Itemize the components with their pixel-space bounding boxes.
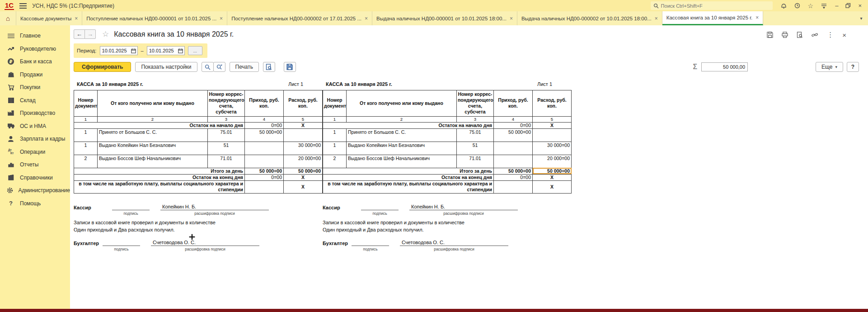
tab-vydacha-nalichnyh-1[interactable]: Выдача наличных НД00-000001 от 10.01.202…	[372, 11, 517, 25]
period-from-input[interactable]	[100, 48, 131, 53]
back-button[interactable]: ←	[74, 29, 85, 39]
sidebar-item-pomosch[interactable]: ? Помощь	[0, 197, 70, 210]
close-form-icon[interactable]: ×	[842, 31, 846, 39]
accountant-name: Счетоводова О. С.	[151, 240, 259, 246]
tab-postuplenie-nalichnyh-1[interactable]: Поступление наличных НД00-000001 от 10.0…	[82, 11, 227, 25]
tab-close-icon[interactable]: ×	[75, 15, 78, 22]
tab-overflow-button[interactable]: ▾	[854, 11, 868, 25]
header-row: Номер документа От кого получено или ком…	[323, 90, 572, 117]
preview-icon[interactable]	[797, 32, 803, 38]
opening-balance-row: Остаток на начало дня 0=00 X	[323, 122, 572, 128]
sum-sigma-icon: Σ	[693, 63, 697, 71]
sidebar-item-label: Продажи	[20, 71, 42, 78]
cash-book-table[interactable]: Номер документа От кого получено или ком…	[74, 90, 323, 194]
tab-postuplenie-nalichnyh-2[interactable]: Поступление наличных НД00-000002 от 17.0…	[227, 11, 372, 25]
column-numbers-row: 1 2 3 4 5	[74, 116, 323, 122]
preview-icon	[266, 64, 272, 70]
chevron-down-icon: ▾	[835, 65, 837, 69]
sidebar-item-operacii[interactable]: ДтКт Операции	[0, 146, 70, 159]
cash-book-report: КАССА за 10 января 2025 г. Лист 1 Номер …	[74, 77, 868, 194]
tab-close-icon[interactable]: ×	[655, 15, 658, 22]
tab-label: Выдача наличных НД00-000001 от 10.01.202…	[376, 16, 507, 21]
question-icon: ?	[7, 200, 15, 207]
service-menu-icon[interactable]	[821, 3, 827, 9]
check-line-2: Один приходный и Два расходных получил.	[323, 227, 571, 233]
cash-book-table[interactable]: Номер документа От кого получено или ком…	[323, 90, 572, 194]
period-options-button[interactable]: ...	[188, 46, 202, 55]
tab-close-icon[interactable]: ×	[365, 15, 368, 22]
forward-button[interactable]: →	[84, 29, 96, 39]
sidebar-item-sklad[interactable]: Склад	[0, 94, 70, 107]
search-icon	[653, 3, 659, 9]
table-row: 1 Выдано Копейкин Нал Безналович 51 30 0…	[323, 142, 572, 155]
sidebar-item-glavnoe[interactable]: Главное	[0, 29, 70, 43]
main-menu-icon[interactable]	[19, 3, 27, 9]
daily-total-row: Итого за день 50 000=00 50 000=00	[74, 168, 323, 174]
generate-button[interactable]: Сформировать	[74, 62, 131, 72]
close-icon[interactable]: ×	[858, 3, 862, 9]
sheet-number: Лист 1	[537, 81, 552, 87]
save-report-button[interactable]	[284, 62, 296, 72]
sum-total-field[interactable]	[701, 62, 748, 71]
tab-close-icon[interactable]: ×	[510, 15, 513, 22]
sidebar-item-otchety[interactable]: Отчеты	[0, 158, 70, 171]
period-from-field[interactable]	[100, 46, 138, 55]
search-refresh-button[interactable]	[213, 62, 225, 72]
period-to-input[interactable]	[147, 48, 178, 53]
notifications-bell-icon[interactable]	[781, 3, 787, 9]
calendar-icon[interactable]	[178, 48, 183, 53]
decode-caption: расшифровка подписи	[160, 211, 269, 216]
tab-kassovye-dokumenty[interactable]: Кассовые документы ×	[16, 11, 82, 25]
col-doc-number: Номер документа	[74, 90, 98, 117]
accountant-label: Бухгалтер	[74, 241, 103, 246]
sign-caption: подпись	[352, 247, 389, 251]
show-settings-button[interactable]: Показать настройки	[135, 62, 197, 72]
bottom-strip	[0, 309, 868, 312]
favorites-star-icon[interactable]: ☆	[808, 3, 814, 9]
print-icon[interactable]	[782, 32, 788, 38]
minimize-icon[interactable]: –	[835, 3, 838, 9]
tab-close-icon[interactable]: ×	[755, 14, 759, 21]
titlebar-icons: ☆	[781, 3, 827, 9]
sidebar-item-administrirovanie[interactable]: Администрирование	[0, 184, 70, 197]
table-row: 1 Принято от Большов С. С. 75.01 50 000=…	[323, 128, 572, 142]
form-command-icons: ⋮ ×	[767, 31, 846, 39]
tab-close-icon[interactable]: ×	[220, 15, 223, 22]
sidebar-item-spravochniki[interactable]: Справочники	[0, 171, 70, 184]
favorite-star-icon[interactable]: ☆	[102, 29, 109, 39]
more-menu-label: Еще	[821, 64, 832, 70]
help-button[interactable]: ?	[847, 62, 859, 72]
sidebar-item-zarplata-i-kadry[interactable]: Зарплата и кадры	[0, 132, 70, 146]
daily-total-row: Итого за день 50 000=00 50 000=00	[323, 168, 572, 174]
global-search[interactable]	[651, 1, 773, 10]
decode-caption: расшифровка подписи	[400, 247, 508, 251]
more-menu-button[interactable]: Еще ▾	[816, 62, 843, 72]
save-icon[interactable]	[767, 32, 773, 38]
tab-kassovaya-kniga[interactable]: Кассовая книга за 10 января 2025 г. ×	[662, 11, 764, 25]
search-input[interactable]	[661, 3, 770, 9]
sidebar-item-os-i-nma[interactable]: ОС и НМА	[0, 120, 70, 133]
restore-icon[interactable]	[845, 3, 851, 9]
selected-cell[interactable]: 50 000=00	[533, 168, 572, 174]
sidebar-item-rukovoditelyu[interactable]: Руководителю	[0, 43, 70, 56]
find-button[interactable]	[202, 62, 214, 72]
closing-balance-row: Остаток на конец дня 0=00 X	[323, 174, 572, 180]
tab-home[interactable]: ⌂	[0, 11, 16, 25]
period-panel: Период: – ...	[74, 43, 207, 58]
tab-label: Выдача наличных НД00-000002 от 10.01.202…	[521, 16, 652, 21]
more-actions-icon[interactable]: ⋮	[827, 31, 834, 39]
sidebar-item-label: Руководителю	[20, 46, 56, 52]
sidebar-item-prodazhi[interactable]: Продажи	[0, 68, 70, 81]
print-button[interactable]: Печать	[230, 62, 259, 72]
link-icon[interactable]	[812, 32, 818, 38]
period-to-field[interactable]	[147, 46, 185, 55]
sidebar-item-pokupki[interactable]: Покупки	[0, 81, 70, 94]
calendar-icon[interactable]	[131, 48, 136, 53]
history-clock-icon[interactable]	[794, 3, 800, 9]
preview-button[interactable]	[263, 62, 275, 72]
sidebar-item-proizvodstvo[interactable]: Производство	[0, 107, 70, 120]
tab-vydacha-nalichnyh-2[interactable]: Выдача наличных НД00-000002 от 10.01.202…	[517, 11, 662, 25]
sidebar-item-bank-i-kassa[interactable]: ₽ Банк и касса	[0, 55, 70, 68]
shopping-cart-icon	[7, 85, 15, 90]
signatures-right: Кассир Копейкин Н. Б. подпись расшифровк…	[323, 201, 571, 251]
